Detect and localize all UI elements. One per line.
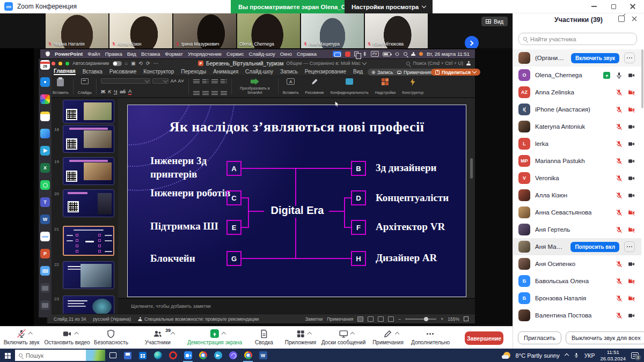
video-tile[interactable]: Юля Мітюкова	[365, 13, 428, 48]
fit-slide-icon[interactable]	[464, 316, 469, 321]
tab-home[interactable]: Главная	[54, 68, 76, 75]
participant-row[interactable]: MP Marianna Pastukh	[513, 152, 641, 169]
smartart-group[interactable]: Преобразовать в SmartArt	[233, 78, 277, 95]
participant-row[interactable]: L lerka	[513, 135, 641, 152]
whatsapp-dock-icon[interactable]	[40, 180, 50, 190]
start-button[interactable]	[0, 349, 15, 362]
menu-item-slideshow[interactable]: Слайд-шоу	[249, 51, 275, 57]
canvas-scrollbar[interactable]	[470, 158, 473, 179]
chevron-up-icon[interactable]	[350, 332, 355, 336]
designer-group[interactable]: Конструктор	[399, 78, 427, 95]
font-size-dropdown[interactable]	[152, 78, 169, 84]
chevron-up-icon[interactable]	[28, 332, 33, 336]
notes-pane[interactable]: Щелкните, чтобы добавить заметки	[118, 298, 475, 314]
stop-video-button[interactable]: Остановить видео	[44, 329, 90, 345]
chrome-icon[interactable]	[195, 349, 210, 362]
hidden-icons-chevron[interactable]	[564, 353, 568, 357]
slide-thumbnail-19[interactable]	[63, 157, 114, 185]
security-button[interactable]: Безопасность	[94, 329, 128, 345]
participant-row[interactable]: I( iPhone (Анастасия)	[513, 101, 641, 118]
participant-row[interactable]: Аня Гертель	[513, 221, 641, 238]
participant-row[interactable]: Алла Кізюн	[513, 187, 641, 204]
more-commands-icon[interactable]: ⋯	[153, 61, 158, 66]
strikethrough-button[interactable]: аб	[120, 88, 126, 94]
menu-item-window[interactable]: Окно	[280, 51, 292, 57]
menu-item-format[interactable]: Формат	[165, 51, 183, 57]
apple-menu-icon[interactable]	[46, 51, 50, 56]
slide-thumbnail-18[interactable]	[63, 125, 114, 153]
telegram-taskbar-icon[interactable]	[210, 349, 225, 362]
sync-icon[interactable]	[394, 51, 400, 57]
calendar-dock-icon[interactable]: 26	[40, 60, 50, 70]
participant-row[interactable]: Б Бавольська Олена	[513, 272, 641, 290]
undo-icon[interactable]: ⟲	[139, 61, 143, 66]
safari-dock-icon[interactable]	[40, 77, 50, 87]
align-center-icon[interactable]	[202, 90, 209, 95]
summary-button[interactable]: Сводка	[255, 329, 273, 345]
weather-text[interactable]: 8°C Partly sunny	[516, 352, 560, 359]
menu-item-file[interactable]: Файл	[87, 51, 100, 57]
participants-search-input[interactable]: Найти участника	[518, 33, 637, 45]
mail-dock-icon[interactable]	[40, 129, 50, 138]
word-taskbar-icon[interactable]: W	[255, 349, 270, 362]
document-title[interactable]: Березень_Віртуальний_туризм	[206, 61, 283, 67]
participants-scrollbar[interactable]	[641, 49, 643, 108]
whiteboards-button[interactable]: Доски сообщений	[321, 329, 366, 345]
share-button[interactable]: Поделиться	[431, 69, 480, 76]
tab-animations[interactable]: Анимация	[213, 69, 238, 75]
current-slide[interactable]: Як наслідок з’являються нові професії Ін…	[128, 105, 466, 297]
screenshare-status-icon[interactable]	[333, 51, 341, 57]
menu-item-edit[interactable]: Правка	[105, 51, 122, 57]
menu-item-view[interactable]: Вид	[127, 51, 136, 57]
more-button[interactable]: Дополнительно	[411, 329, 450, 345]
menubar-clock[interactable]: Вт, 26 марта 11:51	[427, 51, 470, 57]
apps-button[interactable]: Приложения	[285, 329, 317, 345]
line-spacing-icon[interactable]	[221, 78, 227, 83]
clock[interactable]: 11:51 26.03.2024	[600, 349, 626, 361]
annotate-button[interactable]: Примечания	[372, 329, 404, 345]
tab-design[interactable]: Конструктор	[143, 69, 174, 75]
mac-zoom-button[interactable]	[65, 62, 69, 65]
addins-group[interactable]: Надстройки	[372, 78, 399, 95]
mac-minimize-button[interactable]	[58, 62, 62, 65]
invite-button[interactable]: Пригласить	[518, 331, 561, 344]
home-icon[interactable]: ⌂	[125, 61, 128, 66]
microsoft-store-icon[interactable]	[135, 349, 150, 362]
participant-row-self[interactable]: (Организатор, я) Включить звук	[513, 49, 641, 67]
redo-icon[interactable]: ⟳	[146, 61, 150, 66]
more-options-button[interactable]	[624, 53, 635, 63]
underline-button[interactable]: Ч	[114, 88, 117, 94]
notes-dock-icon[interactable]	[40, 112, 50, 121]
document-search-field[interactable]: Поиск (Cmd + Ctrl + U)	[413, 61, 463, 66]
share-user-icon[interactable]	[466, 61, 471, 65]
italic-button[interactable]: К	[108, 88, 111, 94]
chevron-up-icon[interactable]	[171, 332, 175, 336]
normal-view-icon[interactable]	[357, 316, 363, 322]
edge-icon[interactable]	[150, 349, 165, 362]
participant-row[interactable]: Б Бронзова Наталія	[513, 290, 641, 307]
keyboard-language[interactable]: УКР	[584, 352, 595, 359]
taskbar-search-input[interactable]: Пошук	[15, 350, 105, 361]
popout-panel-icon[interactable]	[618, 16, 625, 22]
chrome-profile-icon[interactable]	[240, 349, 255, 362]
justify-icon[interactable]	[221, 90, 227, 95]
minimize-button[interactable]	[590, 3, 598, 10]
slide-thumbnail-20[interactable]	[63, 189, 114, 217]
saved-status[interactable]: Общее — Сохранено в: Мой Mac	[286, 61, 366, 66]
privacy-group[interactable]: Конфиденциальность	[327, 78, 372, 95]
zoom-taskbar-icon[interactable]	[180, 349, 195, 362]
tray-mic-icon[interactable]	[574, 352, 579, 359]
close-panel-icon[interactable]	[631, 16, 638, 22]
user-switch-icon[interactable]	[411, 52, 415, 56]
video-tile[interactable]: Аня Маципура	[301, 13, 364, 48]
participant-row-hover[interactable]: Аня Маципура Попросить вкл	[513, 238, 641, 255]
share-screen-button[interactable]: Демонстрация экрана	[187, 329, 242, 345]
unmute-button[interactable]: Включить звук	[4, 329, 40, 345]
menu-item-help[interactable]: Справка	[297, 51, 317, 57]
autosave-toggle[interactable]	[113, 61, 122, 66]
participant-row[interactable]: Анна Севастьянова	[513, 204, 641, 221]
menu-item-insert[interactable]: Вставка	[141, 51, 160, 57]
tab-record[interactable]: Запись	[280, 69, 298, 75]
align-left-icon[interactable]	[193, 90, 200, 95]
chevron-up-icon[interactable]	[74, 332, 78, 336]
